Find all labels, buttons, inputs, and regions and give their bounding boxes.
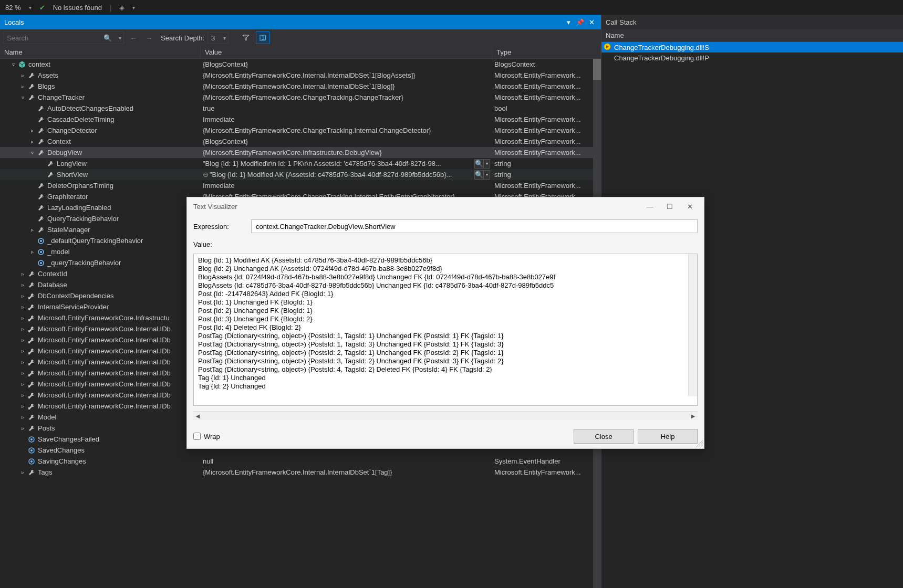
expand-icon[interactable]: ▹ [19, 292, 26, 300]
highlight-icon[interactable]: 10 [256, 32, 269, 44]
scroll-left-icon[interactable]: ◄ [193, 412, 202, 420]
col-value[interactable]: Value [201, 46, 492, 58]
expand-icon[interactable]: ▹ [19, 314, 26, 322]
window-dropdown-icon[interactable]: ▾ [563, 17, 574, 27]
callstack-col-header[interactable]: Name [601, 29, 903, 42]
expand-icon[interactable]: ▹ [19, 425, 26, 432]
hscrollbar[interactable]: ◄ ► [193, 411, 698, 420]
expand-icon[interactable] [28, 237, 36, 245]
pin-icon[interactable]: 📌 [575, 17, 585, 27]
dropdown-icon[interactable]: ▾ [29, 5, 32, 10]
expand-icon[interactable] [28, 193, 36, 201]
row-value: {BlogsContext} [203, 138, 248, 145]
table-row[interactable]: ▿DebugView{Microsoft.EntityFrameworkCore… [0, 147, 601, 158]
expand-icon[interactable] [28, 204, 36, 212]
locals-header[interactable]: Locals ▾ 📌 ✕ [0, 15, 601, 29]
table-row[interactable]: ▹ChangeDetector{Microsoft.EntityFramewor… [0, 125, 601, 136]
depth-select[interactable]: 3 ▾ [207, 32, 229, 44]
expand-icon[interactable]: ▿ [28, 149, 36, 156]
svg-rect-14 [28, 363, 30, 365]
expand-icon[interactable] [38, 160, 45, 167]
visualizer-icon[interactable]: 🔍 [474, 159, 484, 169]
col-type[interactable]: Type [492, 46, 601, 58]
search-icon[interactable]: 🔍 [103, 34, 112, 42]
callstack-header[interactable]: Call Stack [601, 15, 903, 29]
expand-icon[interactable]: ▹ [28, 127, 36, 134]
maximize-icon[interactable]: ☐ [662, 200, 678, 213]
minimize-icon[interactable]: ― [642, 200, 658, 213]
expand-icon[interactable]: ▹ [19, 403, 26, 410]
expand-icon[interactable]: ▹ [19, 381, 26, 388]
table-row[interactable]: ▹Assets{Microsoft.EntityFrameworkCore.In… [0, 70, 601, 81]
dialog-titlebar[interactable]: Text Visualizer ― ☐ ✕ [187, 197, 704, 215]
resize-grip-icon[interactable] [696, 440, 703, 447]
close-button[interactable]: Close [574, 429, 634, 444]
dropdown-icon[interactable]: ▾ [132, 5, 135, 10]
vscrollbar[interactable] [688, 254, 697, 396]
expand-icon[interactable] [28, 116, 36, 123]
expand-icon[interactable]: ▿ [9, 61, 17, 68]
filter-icon[interactable] [239, 32, 253, 44]
expand-icon[interactable]: ▹ [19, 370, 26, 377]
callstack-row[interactable]: ChangeTrackerDebugging.dll!P [601, 52, 903, 63]
forward-icon[interactable]: → [143, 32, 155, 44]
table-row[interactable]: LongView"Blog {Id: 1} Modified\r\n Id: 1… [0, 158, 601, 169]
table-row[interactable]: ▿context{BlogsContext}BlogsContext [0, 59, 601, 70]
expand-icon[interactable]: ▹ [19, 359, 26, 366]
callstack-row[interactable]: ChangeTrackerDebugging.dll!S [601, 42, 903, 52]
back-icon[interactable]: ← [127, 32, 140, 44]
table-row[interactable]: ShortView⊖"Blog {Id: 1} Modified AK {Ass… [0, 169, 601, 180]
table-row[interactable]: SavingChangesnullSystem.EventHandler [0, 456, 601, 467]
expand-icon[interactable]: ▿ [19, 94, 26, 101]
expand-icon[interactable] [28, 182, 36, 190]
expand-icon[interactable]: ▹ [28, 226, 36, 234]
expand-icon[interactable]: ▹ [28, 248, 36, 256]
value-textbox[interactable]: Blog {Id: 1} Modified AK {AssetsId: c478… [193, 254, 698, 406]
row-value: Immediate [203, 182, 235, 190]
expand-icon[interactable]: ▹ [19, 303, 26, 311]
expand-icon[interactable]: ▹ [19, 270, 26, 278]
wrap-checkbox-input[interactable] [193, 433, 201, 440]
tag-icon[interactable]: ◈ [119, 4, 124, 12]
search-input-box[interactable]: 🔍 ▾ [3, 32, 124, 44]
table-row[interactable]: AutoDetectChangesEnabledtruebool [0, 103, 601, 114]
pin-icon[interactable]: ⊖ [203, 171, 209, 178]
row-name: Microsoft.EntityFrameworkCore.Internal.I… [38, 358, 171, 366]
expand-icon[interactable]: ▹ [19, 337, 26, 344]
col-name[interactable]: Name [0, 46, 201, 58]
table-row[interactable]: ▿ChangeTracker{Microsoft.EntityFramework… [0, 92, 601, 103]
expand-icon[interactable] [38, 171, 45, 178]
close-icon[interactable]: ✕ [586, 17, 597, 27]
expand-icon[interactable]: ▹ [19, 348, 26, 355]
table-row[interactable]: DeleteOrphansTimingImmediateMicrosoft.En… [0, 180, 601, 191]
table-row[interactable]: ▹Context{BlogsContext}Microsoft.EntityFr… [0, 136, 601, 147]
expand-icon[interactable] [19, 436, 26, 443]
expand-icon[interactable]: ▹ [19, 326, 26, 333]
expand-icon[interactable] [19, 458, 26, 465]
expand-icon[interactable]: ▹ [19, 72, 26, 79]
scroll-thumb[interactable] [593, 59, 601, 80]
search-dropdown-icon[interactable]: ▾ [119, 35, 121, 41]
table-row[interactable]: ▹Blogs{Microsoft.EntityFrameworkCore.Int… [0, 81, 601, 92]
close-icon[interactable]: ✕ [682, 200, 698, 213]
visualizer-icon[interactable]: 🔍 [474, 170, 484, 180]
expand-icon[interactable]: ▹ [19, 392, 26, 399]
expand-icon[interactable]: ▹ [28, 138, 36, 145]
wrap-checkbox[interactable]: Wrap [193, 433, 220, 440]
expression-input[interactable] [251, 219, 698, 233]
table-row[interactable]: CascadeDeleteTimingImmediateMicrosoft.En… [0, 114, 601, 125]
expand-icon[interactable] [28, 105, 36, 112]
visualizer-dropdown-icon[interactable]: ▾ [484, 170, 490, 180]
expand-icon[interactable]: ▹ [19, 414, 26, 421]
visualizer-dropdown-icon[interactable]: ▾ [484, 159, 490, 169]
expand-icon[interactable] [28, 259, 36, 267]
scroll-right-icon[interactable]: ► [689, 412, 698, 420]
expand-icon[interactable]: ▹ [19, 83, 26, 90]
table-row[interactable]: ▹Tags{Microsoft.EntityFrameworkCore.Inte… [0, 467, 601, 478]
help-button[interactable]: Help [638, 429, 698, 444]
expand-icon[interactable]: ▹ [19, 469, 26, 476]
expand-icon[interactable] [19, 447, 26, 454]
expand-icon[interactable] [28, 215, 36, 223]
expand-icon[interactable]: ▹ [19, 281, 26, 289]
depth-dropdown-icon[interactable]: ▾ [223, 35, 226, 41]
